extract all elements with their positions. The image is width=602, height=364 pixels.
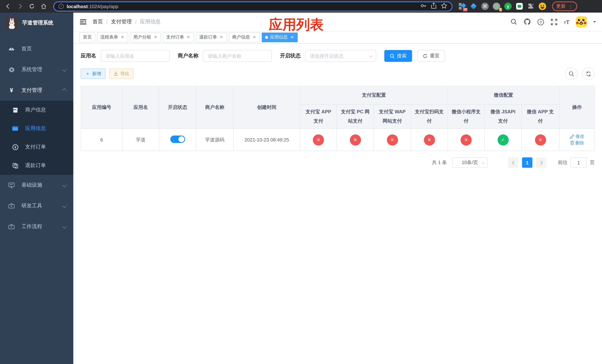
profile-avatar-icon[interactable] — [539, 3, 546, 10]
tab-user-group[interactable]: 用户分组✕ — [130, 32, 161, 42]
site-info-icon[interactable]: i — [58, 4, 64, 9]
main-area: 首页 / 支付管理 / 应用信息 ? — [73, 13, 602, 364]
col-alipay-wap: 支付宝 WAP 网站支付 — [374, 105, 411, 129]
sidebar-item-label: 首页 — [22, 45, 32, 52]
tab-process-form[interactable]: 流程表单✕ — [97, 32, 128, 42]
extension-kite-icon[interactable] — [470, 3, 477, 10]
plus-icon: ＋ — [85, 70, 90, 77]
col-group-alipay: 支付宝配置 — [300, 86, 448, 105]
alipay-qr-status-icon: ✕ — [424, 134, 435, 145]
browser-menu-icon[interactable]: ⋮ — [568, 3, 573, 9]
chevron-up-icon — [62, 88, 67, 93]
briefcase-icon — [7, 224, 16, 230]
header-search-icon[interactable] — [510, 19, 517, 25]
export-button[interactable]: 导出 — [109, 68, 134, 79]
col-alipay-qr: 支付宝扫码支付 — [411, 105, 448, 129]
browser-back-icon[interactable] — [4, 2, 13, 11]
fullscreen-icon[interactable] — [550, 18, 557, 25]
sidebar-item-infra[interactable]: 基础设施 — [0, 175, 73, 195]
refresh-button[interactable] — [582, 67, 595, 80]
sidebar-logo-row[interactable]: 芋道管理系统 — [0, 13, 73, 33]
extension-command-icon[interactable]: ⌘ — [481, 3, 489, 10]
app-name-input[interactable] — [101, 50, 170, 62]
current-page-button[interactable]: 1 — [522, 157, 532, 168]
tab-refund-order[interactable]: 退款订单✕ — [196, 32, 227, 42]
sidebar-item-payment[interactable]: ¥ 支付管理 — [0, 80, 73, 101]
tab-close-icon[interactable]: ✕ — [153, 35, 158, 39]
sidebar-item-label: 支付管理 — [22, 87, 42, 94]
sidebar-item-refund-order[interactable]: 退款订单 — [0, 156, 73, 175]
table-row: 6 芋道 芋道源码 2021-10-23 08:49:25 ✕ ✕ ✕ ✕ ✕ — [81, 129, 595, 151]
chevron-down-icon — [62, 183, 67, 187]
sidebar-item-app-info[interactable]: 应用信息 — [0, 119, 73, 138]
sidebar-item-workflow[interactable]: 工作流程 — [0, 216, 73, 237]
select-chevron-icon — [482, 161, 485, 164]
app-title: 芋道管理系统 — [22, 20, 53, 26]
url-bar[interactable]: i localhost:1024/pay/app — [53, 1, 452, 11]
browser-home-icon[interactable] — [39, 2, 48, 11]
browser-reload-icon[interactable] — [27, 2, 36, 11]
browser-forward-icon[interactable] — [16, 2, 24, 11]
col-merchant-name: 商户名称 — [196, 86, 233, 129]
overlay-annotation-title: 应用列表 — [269, 16, 323, 34]
tab-close-icon[interactable]: ✕ — [120, 35, 125, 39]
col-app-name: 应用名 — [122, 86, 159, 129]
sidebar-item-label: 支付订单 — [25, 144, 46, 150]
search-button[interactable]: 搜索 — [384, 50, 412, 62]
tab-pay-order[interactable]: 支付订单✕ — [163, 32, 194, 42]
add-button[interactable]: ＋ 新增 — [81, 68, 106, 79]
extension-y-icon[interactable]: y — [504, 3, 512, 10]
enabled-toggle[interactable] — [170, 136, 185, 143]
merchant-name-input[interactable] — [203, 50, 272, 62]
sidebar-item-label: 工作流程 — [22, 223, 42, 230]
sidebar-item-pay-order[interactable]: ¥ 支付订单 — [0, 138, 73, 156]
prev-page-button[interactable] — [508, 157, 518, 168]
tab-close-icon[interactable]: ✕ — [290, 35, 294, 39]
browser-update-button[interactable]: 更新 ⋮ — [552, 1, 577, 11]
page-unit-label: 页 — [590, 159, 595, 166]
breadcrumb-home[interactable]: 首页 — [93, 19, 103, 25]
toggle-search-button[interactable] — [565, 67, 578, 80]
edit-link[interactable]: 修改 — [570, 133, 584, 139]
pagination: 共 1 条 10条/页 1 前往 页 — [81, 157, 595, 168]
tab-merchant-info[interactable]: 商户信息✕ — [229, 32, 260, 42]
bookmark-star-icon[interactable] — [441, 2, 447, 10]
payment-submenu: 商户信息 应用信息 ¥ 支付订单 — [0, 101, 73, 175]
font-size-icon[interactable]: TT — [564, 19, 570, 25]
tab-close-icon[interactable]: ✕ — [219, 35, 224, 39]
col-group-wechat: 微信配置 — [448, 86, 559, 105]
next-page-button[interactable] — [536, 157, 547, 168]
password-key-icon[interactable] — [420, 2, 427, 10]
tab-home[interactable]: 首页 — [80, 32, 95, 42]
cell-status — [159, 129, 196, 151]
extension-chat-icon[interactable] — [516, 3, 523, 10]
share-icon[interactable] — [431, 2, 437, 10]
help-icon[interactable]: ? — [537, 18, 544, 25]
extension-recorder-icon[interactable]: 1 — [493, 3, 500, 10]
sidebar-collapse-icon[interactable] — [80, 19, 87, 25]
delete-link[interactable]: 删除 — [570, 140, 584, 146]
extension-badge: 1 — [499, 8, 502, 11]
page-size-select[interactable]: 10条/页 — [452, 157, 488, 168]
sidebar-item-home[interactable]: 首页 — [0, 39, 73, 59]
top-navbar: 首页 / 支付管理 / 应用信息 ? — [73, 13, 602, 31]
github-icon[interactable] — [523, 18, 531, 26]
sidebar-item-system[interactable]: 系统管理 — [0, 59, 73, 80]
status-select[interactable] — [305, 50, 376, 62]
app-logo — [6, 17, 18, 29]
sidebar-item-label: 应用信息 — [25, 125, 46, 132]
extensions-puzzle-icon[interactable] — [527, 3, 535, 10]
reset-button[interactable]: 重置 — [417, 50, 445, 62]
sidebar: 芋道管理系统 首页 系统管理 ¥ 支付管 — [0, 13, 73, 364]
tab-close-icon[interactable]: ✕ — [186, 35, 191, 39]
goto-page-input[interactable] — [570, 157, 587, 168]
avatar-caret-icon[interactable] — [593, 21, 596, 24]
active-tab-dot — [265, 36, 268, 39]
tab-close-icon[interactable]: ✕ — [252, 35, 257, 39]
sidebar-item-merchant-info[interactable]: 商户信息 — [0, 101, 73, 119]
sidebar-item-devtools[interactable]: 研发工具 — [0, 195, 73, 216]
svg-text:¥: ¥ — [14, 145, 16, 149]
extension-blocks-icon[interactable]: 10 — [458, 3, 466, 10]
breadcrumb-payment[interactable]: 支付管理 — [111, 19, 132, 25]
user-avatar[interactable] — [576, 16, 587, 27]
